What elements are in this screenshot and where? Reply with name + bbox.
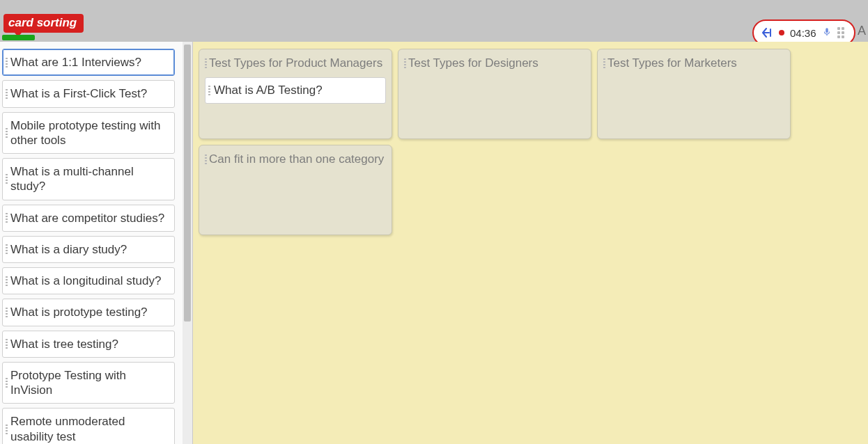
category-title[interactable]: Test Types for Marketers: [603, 54, 784, 77]
unsorted-card[interactable]: What is prototype testing?: [2, 299, 175, 326]
recording-time: 04:36: [790, 27, 816, 39]
unsorted-card[interactable]: What is tree testing?: [2, 331, 175, 358]
progress-strip: [2, 35, 35, 40]
top-right-indicator: A: [858, 24, 866, 38]
unsorted-card[interactable]: What is a First-Click Test?: [2, 80, 175, 107]
back-icon[interactable]: [762, 28, 773, 38]
recording-dot-icon: [779, 30, 784, 35]
scrollbar-thumb[interactable]: [184, 45, 191, 322]
main-area: What are 1:1 Interviews?What is a First-…: [0, 42, 868, 444]
category-title[interactable]: Test Types for Product Managers: [205, 54, 386, 77]
app-logo: card sorting: [3, 14, 84, 33]
unsorted-cards-panel: What are 1:1 Interviews?What is a First-…: [0, 42, 192, 444]
sorting-board[interactable]: Test Types for Product ManagersWhat is A…: [192, 42, 868, 444]
category-title[interactable]: Test Types for Designers: [404, 54, 585, 77]
category-bin[interactable]: Can fit in more than one category: [199, 145, 392, 235]
microphone-icon[interactable]: [822, 27, 832, 39]
unsorted-card[interactable]: Mobile prototype testing with other tool…: [2, 112, 175, 154]
sorted-card[interactable]: What is A/B Testing?: [205, 77, 386, 104]
unsorted-card[interactable]: Prototype Testing with InVision: [2, 362, 175, 404]
drag-handle-icon[interactable]: [837, 27, 844, 38]
category-bin[interactable]: Test Types for Designers: [398, 49, 591, 139]
unsorted-card[interactable]: What are 1:1 Interviews?: [2, 49, 175, 76]
unsorted-card[interactable]: What are competitor studies?: [2, 205, 175, 232]
category-bin[interactable]: Test Types for Product ManagersWhat is A…: [199, 49, 392, 139]
scrollbar-track[interactable]: [183, 42, 192, 444]
category-bin[interactable]: Test Types for Marketers: [597, 49, 791, 139]
unsorted-card[interactable]: What is a diary study?: [2, 236, 175, 263]
unsorted-card[interactable]: Remote unmoderated usability test: [2, 408, 175, 444]
category-title[interactable]: Can fit in more than one category: [205, 150, 386, 173]
header-bar: card sorting A 04:36: [0, 0, 868, 33]
unsorted-card[interactable]: What is a longitudinal study?: [2, 267, 175, 294]
unsorted-card[interactable]: What is a multi-channel study?: [2, 158, 175, 200]
